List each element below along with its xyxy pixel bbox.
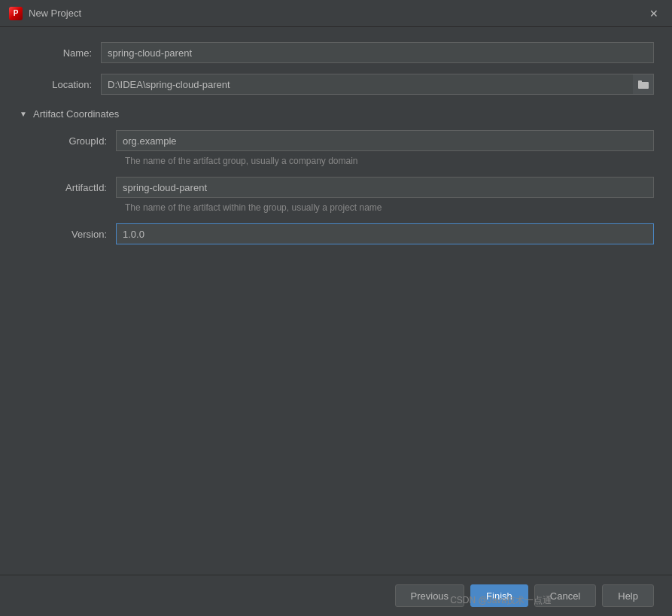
artifact-id-row: ArtifactId: (33, 177, 654, 198)
section-toggle[interactable]: ▼ (18, 109, 29, 120)
version-label: Version: (33, 229, 116, 240)
name-row: Name: (18, 42, 654, 63)
location-input[interactable] (101, 74, 654, 95)
section-title: Artifact Coordinates (33, 108, 119, 120)
artifact-id-input[interactable] (116, 177, 654, 198)
name-input[interactable] (101, 42, 654, 63)
close-button[interactable]: ✕ (645, 5, 663, 23)
new-project-dialog: P New Project ✕ Name: Location: (0, 0, 672, 616)
version-row: Version: (33, 223, 654, 244)
svg-rect-2 (638, 80, 642, 83)
version-input[interactable] (116, 223, 654, 244)
dialog-title: New Project (29, 8, 645, 19)
group-id-input[interactable] (116, 130, 654, 151)
artifact-id-hint: The name of the artifact within the grou… (33, 202, 654, 213)
location-input-wrapper (101, 74, 654, 95)
dialog-footer: Previous Finish Cancel Help (0, 575, 672, 616)
location-label: Location: (18, 79, 101, 90)
group-id-label: GroupId: (33, 135, 116, 147)
app-icon: P (9, 7, 23, 20)
help-button[interactable]: Help (602, 584, 654, 607)
artifact-id-label: ArtifactId: (33, 182, 116, 193)
artifact-coordinates-form: GroupId: The name of the artifact group,… (18, 130, 654, 255)
group-id-row: GroupId: (33, 130, 654, 151)
folder-icon (638, 80, 649, 89)
watermark: CSDN @Java技术一点通 (450, 594, 552, 607)
dialog-content: Name: Location: ▼ Artifact Coordinates (0, 27, 672, 575)
location-row: Location: (18, 74, 654, 95)
name-label: Name: (18, 47, 101, 59)
app-icon-letter: P (14, 9, 19, 17)
title-bar: P New Project ✕ (0, 0, 672, 27)
artifact-section-header: ▼ Artifact Coordinates (18, 108, 654, 120)
browse-folder-button[interactable] (633, 74, 654, 95)
group-id-hint: The name of the artifact group, usually … (33, 156, 654, 166)
